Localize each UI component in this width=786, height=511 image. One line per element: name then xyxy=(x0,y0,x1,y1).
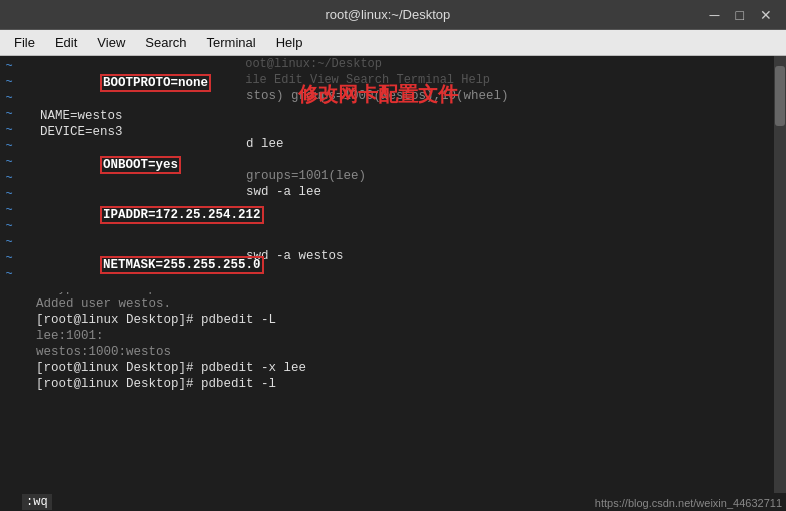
config-ipaddr: IPADDR=172.25.254.212 xyxy=(40,190,242,240)
term-line: [root@linux Desktop]# pdbedit -l xyxy=(36,376,772,392)
gutter-tilde: ~ xyxy=(0,234,18,250)
title-bar-controls: ─ □ ✕ xyxy=(706,7,776,23)
menu-search[interactable]: Search xyxy=(137,33,194,52)
gutter-tilde: ~ xyxy=(0,202,18,218)
minimize-button[interactable]: ─ xyxy=(706,7,724,23)
config-onboot: ONBOOT=yes xyxy=(40,140,242,190)
menu-edit[interactable]: Edit xyxy=(47,33,85,52)
menu-view[interactable]: View xyxy=(89,33,133,52)
gutter-tilde: ~ xyxy=(0,58,18,74)
annotation-text: 修改网卡配置文件 xyxy=(298,86,458,102)
terminal-content[interactable]: BOOTPROTO=none NAME=westos DEVICE=ens3 O… xyxy=(18,56,786,511)
menu-bar: File Edit View Search Terminal Help xyxy=(0,30,786,56)
gutter-tilde: ~ xyxy=(0,138,18,154)
scrollbar-thumb[interactable] xyxy=(775,66,785,126)
menu-file[interactable]: File xyxy=(6,33,43,52)
title-bar: root@linux:~/Desktop ─ □ ✕ xyxy=(0,0,786,30)
gutter-tilde: ~ xyxy=(0,250,18,266)
term-line: lee:1001: xyxy=(36,328,772,344)
close-button[interactable]: ✕ xyxy=(756,7,776,23)
gutter-tilde: ~ xyxy=(0,186,18,202)
gutter-tilde: ~ xyxy=(0,122,18,138)
status-bar: :wq https://blog.csdn.net/weixin_4463271… xyxy=(18,493,786,511)
bg-title: root@linux:~/Desktop xyxy=(238,56,382,72)
config-name: NAME=westos xyxy=(40,108,242,124)
maximize-button[interactable]: □ xyxy=(732,7,748,23)
gutter-tilde: ~ xyxy=(0,90,18,106)
terminal-body: ~ ~ ~ ~ ~ ~ ~ ~ ~ ~ ~ ~ ~ ~ BOOTPROTO=no… xyxy=(0,56,786,511)
watermark: https://blog.csdn.net/weixin_44632711 xyxy=(595,495,782,511)
term-line: Added user westos. xyxy=(36,296,772,312)
gutter: ~ ~ ~ ~ ~ ~ ~ ~ ~ ~ ~ ~ ~ ~ xyxy=(0,56,18,511)
config-netmask: NETMASK=255.255.255.0 xyxy=(40,240,242,290)
scrollbar[interactable] xyxy=(774,56,786,511)
config-bootproto: BOOTPROTO=none xyxy=(40,58,242,108)
status-command: :wq xyxy=(22,494,52,510)
gutter-tilde: ~ xyxy=(0,170,18,186)
config-device: DEVICE=ens3 xyxy=(40,124,242,140)
gutter-tilde: ~ xyxy=(0,266,18,282)
term-line: westos:1000:westos xyxy=(36,344,772,360)
gutter-tilde: ~ xyxy=(0,74,18,90)
gutter-tilde: ~ xyxy=(0,106,18,122)
gutter-tilde: ~ xyxy=(0,154,18,170)
term-line: [root@linux Desktop]# pdbedit -L xyxy=(36,312,772,328)
config-overlay: BOOTPROTO=none NAME=westos DEVICE=ens3 O… xyxy=(36,56,246,292)
menu-help[interactable]: Help xyxy=(268,33,311,52)
title-bar-title: root@linux:~/Desktop xyxy=(70,7,706,22)
menu-terminal[interactable]: Terminal xyxy=(199,33,264,52)
gutter-tilde: ~ xyxy=(0,218,18,234)
term-line: [root@linux Desktop]# pdbedit -x lee xyxy=(36,360,772,376)
